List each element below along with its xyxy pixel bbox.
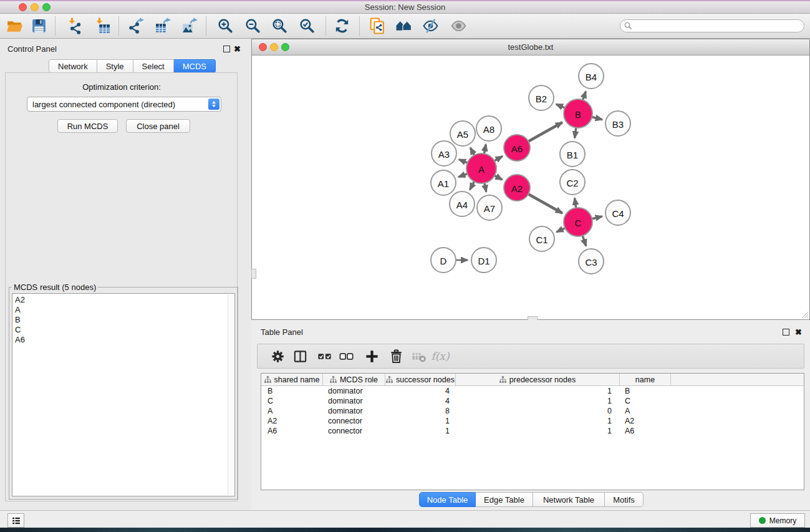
float-panel-icon[interactable] bbox=[783, 329, 789, 336]
save-session-button[interactable] bbox=[29, 16, 49, 36]
column-header-successor-nodes[interactable]: successor nodes bbox=[385, 374, 456, 385]
svg-text:A2: A2 bbox=[511, 183, 523, 194]
show-columns-button[interactable] bbox=[290, 346, 310, 366]
zoom-fit-button[interactable] bbox=[269, 16, 289, 36]
tab-mcds[interactable]: MCDS bbox=[174, 59, 216, 73]
table-row[interactable]: A2connector11A2 bbox=[261, 416, 804, 426]
zoom-in-button[interactable] bbox=[215, 16, 235, 36]
network-minimize-button[interactable] bbox=[270, 43, 278, 51]
search-box[interactable] bbox=[620, 19, 804, 32]
graph-node-B2[interactable]: B2 bbox=[529, 85, 554, 110]
show-graphics-details-button[interactable] bbox=[448, 16, 468, 36]
export-image-button[interactable] bbox=[180, 16, 200, 36]
graph-node-B1[interactable]: B1 bbox=[560, 142, 585, 167]
svg-text:A4: A4 bbox=[456, 200, 468, 210]
graph-node-A3[interactable]: A3 bbox=[432, 141, 456, 166]
graph-node-A4[interactable]: A4 bbox=[450, 191, 475, 216]
memory-button[interactable]: Memory bbox=[750, 513, 805, 528]
close-panel-button[interactable]: Close panel bbox=[126, 119, 190, 133]
app-title: Session: New Session bbox=[0, 1, 810, 13]
graph-node-C1[interactable]: C1 bbox=[529, 226, 554, 251]
deselect-all-button[interactable] bbox=[336, 346, 356, 366]
close-panel-icon[interactable]: ✖ bbox=[795, 329, 802, 336]
float-panel-icon[interactable] bbox=[223, 46, 230, 52]
graph-node-C3[interactable]: C3 bbox=[579, 249, 604, 274]
column-header-predecessor-nodes[interactable]: predecessor nodes bbox=[456, 374, 620, 385]
tab-edge-table[interactable]: Edge Table bbox=[476, 492, 533, 507]
search-input[interactable] bbox=[635, 21, 800, 31]
toolbar-separator bbox=[118, 16, 119, 36]
column-label: successor nodes bbox=[396, 375, 455, 384]
tab-network-table[interactable]: Network Table bbox=[533, 492, 605, 507]
control-panel-tabs: NetworkStyleSelectMCDS bbox=[49, 59, 216, 73]
graph-node-A1[interactable]: A1 bbox=[431, 170, 456, 195]
graph-node-A6[interactable]: A6 bbox=[504, 135, 530, 161]
import-table-button[interactable] bbox=[92, 16, 112, 36]
graph-node-C[interactable]: C bbox=[564, 208, 592, 236]
graph-node-A2[interactable]: A2 bbox=[504, 175, 530, 201]
graph-node-A7[interactable]: A7 bbox=[477, 195, 502, 220]
select-all-button[interactable] bbox=[314, 346, 334, 366]
network-close-button[interactable] bbox=[259, 43, 267, 51]
table-tabs: Node TableEdge TableNetwork TableMotifs bbox=[419, 492, 644, 507]
graph-node-B[interactable]: B bbox=[564, 99, 592, 128]
hide-graphics-details-button[interactable] bbox=[420, 16, 440, 36]
network-graph[interactable]: B4B2BB3A8A5A6A3B1AC2A1A2A4A7C4CC1C3DD1 bbox=[252, 56, 809, 319]
graph-node-A8[interactable]: A8 bbox=[476, 116, 501, 141]
run-mcds-button[interactable]: Run MCDS bbox=[57, 119, 118, 133]
column-header-shared-name[interactable]: shared name bbox=[261, 374, 323, 385]
tab-style[interactable]: Style bbox=[97, 59, 133, 73]
export-table-button[interactable] bbox=[153, 16, 173, 36]
table-row[interactable]: Adominator80A bbox=[261, 406, 804, 416]
graph-node-D1[interactable]: D1 bbox=[471, 248, 496, 273]
splitter-grip[interactable] bbox=[251, 269, 256, 279]
tab-node-table[interactable]: Node Table bbox=[419, 492, 476, 507]
column-label: MCDS role bbox=[340, 375, 378, 384]
share-document-button[interactable] bbox=[367, 16, 387, 36]
node-table: shared nameMCDS rolesuccessor nodesprede… bbox=[261, 373, 804, 490]
optimization-criterion-select[interactable]: largest connected component (directed) bbox=[27, 97, 221, 112]
table-settings-button[interactable] bbox=[268, 346, 287, 366]
table-row[interactable]: Bdominator41B bbox=[261, 386, 804, 396]
graph-node-D[interactable]: D bbox=[431, 248, 456, 273]
table-row[interactable]: A6connector11A6 bbox=[261, 426, 804, 436]
export-network-button[interactable] bbox=[126, 16, 146, 36]
close-panel-icon[interactable]: ✖ bbox=[234, 46, 241, 52]
table-row[interactable]: Cdominator41C bbox=[261, 396, 804, 406]
delete-table-button[interactable] bbox=[409, 346, 429, 366]
graph-node-B3[interactable]: B3 bbox=[605, 111, 630, 136]
refresh-button[interactable] bbox=[332, 16, 352, 36]
tab-network[interactable]: Network bbox=[49, 59, 97, 73]
hierarchy-icon bbox=[264, 376, 271, 383]
table-cell: C bbox=[620, 397, 671, 405]
network-maximize-button[interactable] bbox=[281, 43, 289, 51]
import-network-button[interactable] bbox=[65, 16, 85, 36]
table-cell: 4 bbox=[385, 387, 456, 395]
delete-column-button[interactable] bbox=[386, 346, 406, 366]
graph-node-A5[interactable]: A5 bbox=[450, 121, 475, 146]
tab-motifs[interactable]: Motifs bbox=[605, 492, 644, 507]
scrollbar-track[interactable] bbox=[228, 294, 234, 495]
zoom-selected-button[interactable] bbox=[297, 16, 317, 36]
function-builder-button[interactable]: f(x) bbox=[430, 346, 450, 366]
graph-node-C2[interactable]: C2 bbox=[560, 170, 585, 195]
zoom-out-button[interactable] bbox=[243, 16, 263, 36]
home-button[interactable] bbox=[393, 16, 413, 36]
task-history-button[interactable] bbox=[7, 513, 24, 528]
mcds-result-list[interactable]: A2ABCA6 bbox=[12, 293, 235, 496]
maximize-window-button[interactable] bbox=[42, 3, 51, 11]
minimize-window-button[interactable] bbox=[31, 3, 39, 11]
graph-node-B4[interactable]: B4 bbox=[579, 64, 604, 89]
close-window-button[interactable] bbox=[19, 3, 27, 11]
graph-node-A[interactable]: A bbox=[466, 153, 496, 183]
table-cell: A2 bbox=[261, 417, 323, 425]
save-icon bbox=[31, 17, 47, 34]
tab-select[interactable]: Select bbox=[133, 59, 174, 73]
graph-node-C4[interactable]: C4 bbox=[605, 200, 630, 225]
svg-text:A7: A7 bbox=[484, 203, 495, 214]
create-column-button[interactable] bbox=[362, 346, 382, 366]
open-file-button[interactable] bbox=[4, 16, 24, 36]
column-header-MCDS-role[interactable]: MCDS role bbox=[323, 374, 385, 385]
column-header-name[interactable]: name bbox=[620, 374, 671, 385]
resize-grip[interactable] bbox=[801, 311, 808, 318]
